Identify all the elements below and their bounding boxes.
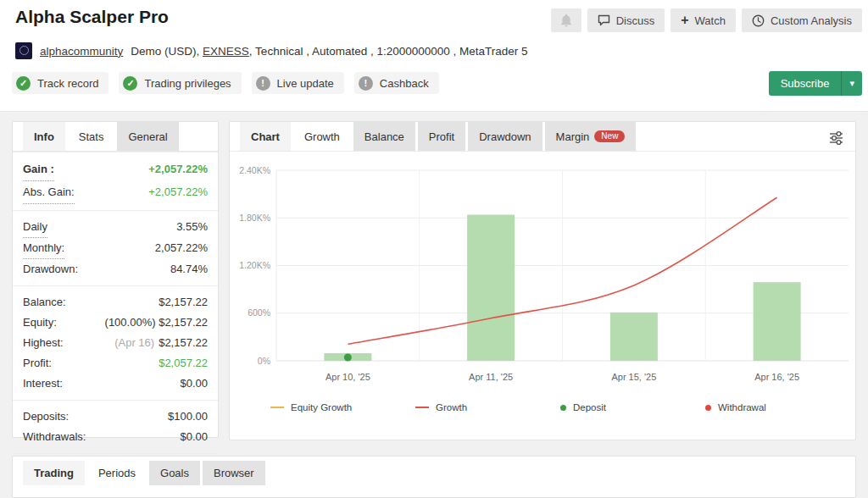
stat-value: (Apr 16)$2,157.22 bbox=[114, 333, 208, 353]
stat-value: $2,157.22 bbox=[159, 292, 208, 313]
legend-dot-marker bbox=[560, 405, 566, 411]
svg-text:Apr 15, '25: Apr 15, '25 bbox=[611, 372, 656, 382]
stat-label: Deposits: bbox=[23, 407, 69, 427]
custom-analysis-label: Custom Analysis bbox=[771, 14, 852, 27]
chart-panel: Chart Growth Balance Profit Drawdown Mar… bbox=[229, 121, 856, 440]
stat-label: Highest: bbox=[23, 333, 64, 353]
legend-item-withdrawal[interactable]: Withdrawal bbox=[705, 402, 850, 412]
stat-label: Withdrawals: bbox=[23, 427, 86, 447]
badge-live-update[interactable]: ! Live update bbox=[252, 72, 344, 94]
legend-label: Deposit bbox=[573, 402, 606, 412]
legend-dot-marker bbox=[705, 405, 711, 411]
stat-row-withdrawals: Withdrawals: $0.00 bbox=[23, 427, 208, 447]
badge-label: Trading privileges bbox=[144, 77, 231, 90]
svg-text:1.20K%: 1.20K% bbox=[239, 260, 270, 270]
page-header: Alpha Scalper Pro Discuss + Watch Custom… bbox=[0, 0, 868, 112]
clock-icon bbox=[752, 14, 765, 27]
bottom-tabs: Trading Periods Goals Browser bbox=[13, 456, 855, 485]
subscribe-button[interactable]: Subscribe ▾ bbox=[769, 71, 862, 96]
watch-label: Watch bbox=[695, 14, 726, 27]
gain-group: Gain : +2,057.22% Abs. Gain: +2,057.22% bbox=[13, 152, 218, 210]
stat-row-interest: Interest: $0.00 bbox=[23, 374, 208, 394]
stat-label[interactable]: Gain : bbox=[23, 158, 54, 181]
tab-trading[interactable]: Trading bbox=[23, 461, 85, 485]
badge-track-record[interactable]: ✓ Track record bbox=[12, 72, 108, 94]
notifications-button[interactable] bbox=[551, 8, 581, 32]
tab-stats[interactable]: Stats bbox=[68, 122, 115, 151]
stat-row-deposits: Deposits: $100.00 bbox=[23, 407, 208, 427]
chart-tabs: Chart Growth Balance Profit Drawdown Mar… bbox=[230, 122, 855, 152]
tab-drawdown[interactable]: Drawdown bbox=[468, 122, 542, 151]
stat-label[interactable]: Monthly: bbox=[23, 238, 64, 259]
stat-label[interactable]: Abs. Gain: bbox=[23, 181, 75, 204]
stat-value: $0.00 bbox=[180, 374, 208, 394]
svg-text:2.40K%: 2.40K% bbox=[239, 165, 270, 175]
chart-legend: Equity Growth Growth Deposit Withdrawal bbox=[230, 402, 855, 412]
account-meta-text: , Technical , Automated , 1:2000000000 ,… bbox=[249, 45, 528, 58]
verification-badges: ✓ Track record ✓ Trading privileges ! Li… bbox=[12, 72, 439, 94]
legend-label: Growth bbox=[436, 402, 467, 412]
svg-text:Apr 16, '25: Apr 16, '25 bbox=[754, 372, 799, 382]
account-owner-link[interactable]: alphacommunity bbox=[40, 45, 123, 58]
stats-tabs: Info Stats General bbox=[13, 122, 218, 152]
stat-row-highest: Highest: (Apr 16)$2,157.22 bbox=[23, 333, 208, 353]
legend-item-deposit[interactable]: Deposit bbox=[560, 402, 705, 412]
header-actions: Discuss + Watch Custom Analysis bbox=[551, 8, 862, 32]
badge-label: Track record bbox=[37, 77, 98, 90]
stat-value: +2,057.22% bbox=[148, 158, 208, 180]
exclamation-icon: ! bbox=[256, 76, 270, 91]
tab-browser[interactable]: Browser bbox=[203, 461, 265, 485]
legend-item-equity-growth[interactable]: Equity Growth bbox=[270, 402, 415, 412]
stat-row-monthly: Monthly: 2,057.22% bbox=[23, 238, 208, 259]
stat-label: Balance: bbox=[23, 292, 66, 313]
stat-label: Interest: bbox=[23, 374, 63, 394]
stat-value: +2,057.22% bbox=[148, 181, 208, 203]
badge-cashback[interactable]: ! Cashback bbox=[354, 72, 439, 94]
custom-analysis-button[interactable]: Custom Analysis bbox=[742, 8, 862, 32]
growth-chart: 2.40K%1.80K%1.20K%600%0%Apr 10, '25Apr 1… bbox=[230, 152, 854, 399]
tab-growth[interactable]: Growth bbox=[293, 122, 351, 151]
badge-label: Cashback bbox=[380, 77, 429, 90]
badge-label: Live update bbox=[277, 77, 334, 90]
legend-label: Withdrawal bbox=[718, 402, 766, 412]
page: Alpha Scalper Pro Discuss + Watch Custom… bbox=[0, 0, 868, 498]
page-title: Alpha Scalper Pro bbox=[15, 7, 169, 27]
discuss-button[interactable]: Discuss bbox=[587, 8, 665, 32]
plus-icon: + bbox=[681, 14, 688, 27]
stat-row-gain: Gain : +2,057.22% bbox=[23, 158, 208, 181]
chart-settings-button[interactable] bbox=[826, 127, 847, 151]
stat-row-profit: Profit: $2,057.22 bbox=[23, 353, 208, 374]
stat-row-equity: Equity: (100.00%) $2,157.22 bbox=[23, 313, 208, 333]
check-icon: ✓ bbox=[123, 76, 137, 91]
stat-row-daily: Daily 3.55% bbox=[23, 217, 208, 238]
tab-general[interactable]: General bbox=[117, 122, 178, 151]
chevron-down-icon[interactable]: ▾ bbox=[841, 71, 862, 96]
exclamation-icon: ! bbox=[359, 76, 373, 91]
legend-item-growth[interactable]: Growth bbox=[415, 402, 560, 412]
tab-balance[interactable]: Balance bbox=[353, 122, 415, 151]
legend-line-marker bbox=[270, 407, 284, 408]
account-summary-line: alphacommunity Demo (USD), EXNESS, Techn… bbox=[15, 42, 528, 59]
check-icon: ✓ bbox=[16, 76, 31, 91]
tab-goals[interactable]: Goals bbox=[149, 461, 200, 485]
tab-chart[interactable]: Chart bbox=[240, 122, 291, 151]
svg-text:1.80K%: 1.80K% bbox=[239, 213, 270, 223]
discuss-label: Discuss bbox=[616, 14, 655, 27]
svg-text:Apr 10, '25: Apr 10, '25 bbox=[326, 372, 370, 382]
stat-label[interactable]: Daily bbox=[23, 217, 47, 238]
account-avatar[interactable] bbox=[15, 42, 32, 59]
watch-button[interactable]: + Watch bbox=[670, 8, 736, 32]
rates-group: Daily 3.55% Monthly: 2,057.22% Drawdown:… bbox=[13, 210, 218, 285]
stats-panel: Info Stats General Gain : +2,057.22% Abs… bbox=[12, 121, 219, 438]
tab-profit[interactable]: Profit bbox=[418, 122, 465, 151]
tab-periods[interactable]: Periods bbox=[87, 461, 147, 485]
stat-value-prefix: (100.00%) bbox=[105, 316, 156, 329]
tab-info[interactable]: Info bbox=[23, 122, 65, 151]
subscribe-label: Subscribe bbox=[769, 77, 842, 90]
badge-trading-privileges[interactable]: ✓ Trading privileges bbox=[119, 72, 241, 94]
broker-link[interactable]: EXNESS bbox=[203, 45, 249, 58]
tab-margin[interactable]: Margin New bbox=[545, 122, 637, 151]
stat-row-drawdown: Drawdown: 84.74% bbox=[23, 259, 208, 279]
stat-row-abs-gain: Abs. Gain: +2,057.22% bbox=[23, 181, 208, 204]
stat-value: $2,057.22 bbox=[159, 353, 208, 374]
